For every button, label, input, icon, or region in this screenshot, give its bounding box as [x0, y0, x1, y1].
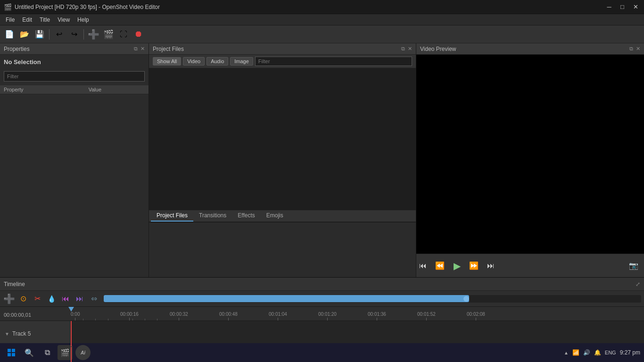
- menu-edit[interactable]: Edit: [18, 16, 36, 24]
- volume-icon: 🔊: [583, 349, 590, 356]
- center-button[interactable]: ⊙: [17, 293, 29, 305]
- video-preview-float[interactable]: ⧉: [629, 46, 633, 52]
- ai-icon-text: Ai: [81, 350, 85, 355]
- track-5-content[interactable]: [71, 321, 644, 346]
- center-area: Project Files ⧉ ✕ Show All Video Audio I…: [149, 43, 416, 277]
- timeline-scrollbar-thumb: [463, 296, 469, 302]
- menu-file[interactable]: File: [2, 16, 18, 24]
- toolbar-separator-2: [83, 29, 84, 40]
- tab-emojis[interactable]: Emojis: [261, 210, 289, 222]
- minimize-button[interactable]: ─: [604, 2, 614, 12]
- snapshot-button[interactable]: 📷: [627, 259, 640, 272]
- playhead[interactable]: [71, 307, 77, 321]
- menu-help[interactable]: Help: [74, 16, 93, 24]
- track-5-name: Track 5: [12, 330, 31, 337]
- filter-image[interactable]: Image: [230, 57, 253, 66]
- ripple-button[interactable]: 💧: [45, 293, 58, 305]
- project-files-content: [149, 68, 416, 210]
- zoom-button[interactable]: ⇔: [88, 293, 100, 305]
- save-button[interactable]: 💾: [33, 28, 46, 41]
- tab-transitions[interactable]: Transitions: [193, 210, 232, 222]
- jump-start-button[interactable]: ⏮: [59, 293, 72, 305]
- clock: 9:27 pm: [620, 349, 640, 356]
- fast-forward-button[interactable]: ⏩: [467, 259, 480, 272]
- properties-panel-float[interactable]: ⧉: [134, 46, 138, 52]
- ruler-marks: 0:00 00:00:16 00:00:32 00:00:48 00:01:04: [71, 307, 644, 321]
- record-button[interactable]: ⏺: [132, 28, 145, 41]
- notification-icon[interactable]: 🔔: [594, 349, 601, 356]
- open-button[interactable]: 📂: [18, 28, 31, 41]
- fullscreen-button[interactable]: ⛶: [117, 28, 130, 41]
- timeline-expand-icon[interactable]: ⤢: [636, 281, 640, 288]
- system-tray: ▲ 📶 🔊 🔔: [564, 349, 601, 356]
- taskbar-right: ▲ 📶 🔊 🔔 ENG 9:27 pm: [564, 349, 640, 356]
- maximize-button[interactable]: □: [618, 2, 627, 12]
- play-button[interactable]: ▶: [450, 259, 463, 272]
- filter-video[interactable]: Video: [183, 57, 205, 66]
- project-files-close[interactable]: ✕: [408, 46, 412, 52]
- toolbar-separator: [49, 29, 50, 40]
- filter-show-all[interactable]: Show All: [153, 57, 181, 66]
- main-toolbar: 📄 📂 💾 ↩ ↪ ➕ 🎬 ⛶ ⏺: [0, 25, 644, 43]
- properties-filter-input[interactable]: [4, 71, 145, 82]
- timeline-timecode: 00:00:00,01: [4, 312, 31, 318]
- menu-view[interactable]: View: [54, 16, 74, 24]
- properties-table: Property Value: [0, 85, 149, 94]
- skip-to-end-button[interactable]: ⏭: [484, 259, 497, 272]
- properties-panel: Properties ⧉ ✕ No Selection Property Val…: [0, 43, 149, 277]
- undo-button[interactable]: ↩: [52, 28, 66, 41]
- svg-rect-0: [8, 349, 11, 352]
- new-button[interactable]: 📄: [3, 28, 16, 41]
- timeline-toolbar: ➕ ⊙ ✂ 💧 ⏮ ⏭ ⇔: [0, 291, 644, 307]
- timeline-header: Timeline ⤢: [0, 278, 644, 291]
- video-preview-title: Video Preview: [420, 46, 456, 52]
- razor-button[interactable]: ✂: [31, 293, 43, 305]
- value-column-header: Value: [85, 85, 149, 94]
- tray-expand[interactable]: ▲: [564, 350, 569, 355]
- svg-rect-3: [12, 353, 15, 356]
- project-files-panel: Project Files ⧉ ✕ Show All Video Audio I…: [149, 43, 416, 222]
- task-view-button[interactable]: ⧉: [40, 345, 55, 360]
- timeline-scrollbar: [104, 295, 469, 302]
- skip-to-start-button[interactable]: ⏮: [416, 259, 429, 272]
- timeline-title: Timeline: [4, 281, 25, 288]
- track-5-arrow[interactable]: ▼: [5, 331, 9, 337]
- video-controls: ⏮ ⏪ ▶ ⏩ ⏭ 📷: [416, 254, 644, 277]
- project-files-filter-input[interactable]: [255, 57, 412, 66]
- redo-button[interactable]: ↪: [67, 28, 81, 41]
- titlebar: 🎬 Untitled Project [HD 720p 30 fps] - Op…: [0, 0, 644, 14]
- tab-project-files[interactable]: Project Files: [151, 210, 193, 222]
- timeline-scrollbar-area[interactable]: [104, 295, 641, 303]
- playhead-triangle: [68, 307, 74, 312]
- bottom-tabs-bar: Project Files Transitions Effects Emojis: [149, 210, 416, 222]
- export-button[interactable]: 🎬: [102, 28, 115, 41]
- app-icon: 🎬: [4, 3, 12, 11]
- properties-panel-close[interactable]: ✕: [140, 46, 145, 52]
- network-icon: 📶: [572, 349, 579, 356]
- video-preview-close[interactable]: ✕: [636, 46, 640, 52]
- taskbar: 🔍 ⧉ 🎬 Ai ▲ 📶 🔊 🔔 ENG 9:27 pm: [0, 343, 644, 362]
- track-4-playhead: [71, 347, 72, 362]
- jump-end-button[interactable]: ⏭: [74, 293, 86, 305]
- filter-audio[interactable]: Audio: [206, 57, 228, 66]
- menu-title[interactable]: Title: [36, 16, 54, 24]
- project-files-float[interactable]: ⧉: [401, 46, 405, 52]
- project-files-toolbar: Show All Video Audio Image: [149, 55, 416, 68]
- track-5-label: ▼ Track 5: [0, 321, 71, 346]
- svg-rect-1: [12, 349, 15, 352]
- tab-effects[interactable]: Effects: [232, 210, 260, 222]
- search-button[interactable]: 🔍: [22, 345, 37, 360]
- close-button[interactable]: ✕: [631, 2, 640, 12]
- add-track-button[interactable]: ➕: [3, 293, 15, 305]
- no-selection-label: No Selection: [0, 55, 149, 69]
- start-button[interactable]: [4, 345, 19, 360]
- chat-taskbar-icon[interactable]: Ai: [75, 345, 91, 360]
- rewind-button[interactable]: ⏪: [433, 259, 446, 272]
- import-button[interactable]: ➕: [87, 28, 100, 41]
- window-controls: ─ □ ✕: [604, 2, 640, 12]
- video-preview-header: Video Preview ⧉ ✕: [416, 43, 644, 55]
- project-files-header: Project Files ⧉ ✕: [149, 43, 416, 55]
- menubar: File Edit Title View Help: [0, 14, 644, 25]
- titlebar-title: Untitled Project [HD 720p 30 fps] - Open…: [15, 4, 160, 10]
- track-5-playhead: [71, 321, 72, 346]
